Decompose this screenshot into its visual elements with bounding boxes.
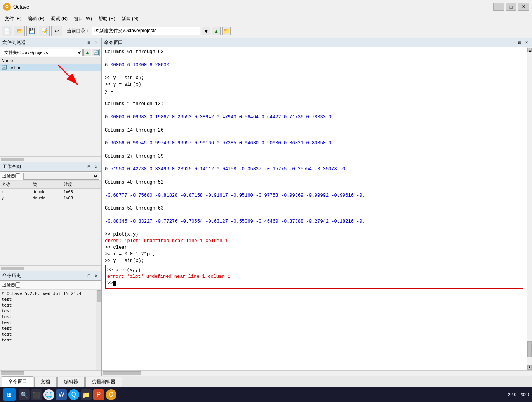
cmd-history-undock[interactable]: ⊟ [86, 273, 92, 279]
current-dir-input[interactable] [92, 27, 200, 35]
menu-window[interactable]: 窗口 (W) [71, 15, 95, 23]
workspace-filter-select[interactable] [23, 173, 99, 180]
workspace-table: 名称 类 维度 x double 1x63 y double 1x63 [0, 181, 101, 265]
cmd-line-9 [105, 107, 523, 114]
file-row-test[interactable]: 🔄 test.m [0, 64, 101, 71]
menu-debug[interactable]: 调试 (B) [48, 15, 71, 23]
cmd-history-item-8[interactable]: test [2, 337, 94, 343]
cmd-vscroll[interactable]: ▲ ▼ [527, 47, 532, 370]
cmd-history-item-3[interactable]: test [2, 308, 94, 314]
cmd-history-item-1[interactable]: test [2, 296, 94, 302]
cmd-hscroll-thumb[interactable] [103, 371, 141, 375]
ws-row-y[interactable]: y double 1x63 [0, 195, 101, 201]
cmd-window-title: 命令窗口 [104, 39, 516, 46]
file-name-test: test.m [9, 65, 20, 70]
menu-news[interactable]: 新闻 (N) [118, 15, 142, 23]
taskbar-search[interactable]: 🔍 [19, 389, 30, 400]
menu-help[interactable]: 帮助 (H) [95, 15, 118, 23]
cmd-line-27 [105, 225, 523, 232]
cmd-hscroll[interactable] [102, 370, 532, 376]
workspace-undock[interactable]: ⊟ [86, 164, 92, 170]
cmd-vscroll-up[interactable]: ▲ [527, 48, 532, 52]
taskbar-chrome[interactable]: 🌐 [43, 389, 54, 400]
workspace-title: 工作空间 [2, 163, 86, 170]
ws-col-name-header: 名称 [2, 182, 33, 187]
back-button[interactable]: ↩ [51, 26, 62, 36]
cmd-history-hscroll[interactable] [0, 370, 101, 376]
cmd-history-item-6[interactable]: test [2, 326, 94, 331]
cmd-window: 命令窗口 ⊟ ✕ Columns 61 through 63: 6.00000 … [102, 38, 532, 376]
taskbar-date: 2020 [520, 392, 529, 397]
cmd-line-8: Columns 1 through 13: [105, 101, 523, 107]
dir-browse-button[interactable]: 📁 [222, 27, 231, 35]
ws-var-x-name: x [2, 189, 33, 194]
cmd-line-24: Columns 53 through 63: [105, 205, 523, 212]
cmd-history-item-5[interactable]: test [2, 320, 94, 326]
tab-editor[interactable]: 编辑器 [57, 377, 85, 387]
taskbar-qq[interactable]: Q [68, 389, 79, 400]
taskbar-taskview[interactable]: ⬛ [31, 389, 42, 400]
menu-file[interactable]: 文件 (E) [2, 15, 24, 23]
start-button[interactable]: ⊞ [3, 388, 16, 401]
cmd-window-undock[interactable]: ⊟ [516, 40, 523, 46]
minimize-button[interactable]: ─ [493, 3, 504, 11]
dir-dropdown[interactable]: ▼ [202, 27, 210, 35]
ws-row-x[interactable]: x double 1x63 [0, 189, 101, 195]
cmd-history-close[interactable]: ✕ [93, 273, 99, 279]
workspace-close[interactable]: ✕ [93, 164, 99, 170]
file-browser: 文件浏览器 ⊟ ✕ 文件夹/Octave/projects ▲ 🔄 Name 🔄 [0, 38, 101, 162]
cmd-history-item-7[interactable]: test [2, 331, 94, 337]
cmd-vscroll-track[interactable] [527, 53, 532, 365]
cmd-history-vscroll[interactable] [96, 290, 101, 370]
new-script-button[interactable]: 📝 [39, 26, 50, 36]
dir-up-button[interactable]: ▲ [212, 27, 221, 35]
tab-var-editor[interactable]: 变量编辑器 [85, 377, 122, 387]
left-panel: 文件浏览器 ⊟ ✕ 文件夹/Octave/projects ▲ 🔄 Name 🔄 [0, 38, 102, 376]
close-button[interactable]: ✕ [518, 3, 529, 11]
workspace-panel: 工作空间 ⊟ ✕ 过滤器 名称 类 维度 x double [0, 162, 101, 271]
cmd-highlighted-section: >> plot(x,y) error: 'plot' undefined nea… [105, 265, 523, 289]
maximize-button[interactable]: □ [506, 3, 516, 11]
cmd-line-14: 0.96356 0.98545 0.99749 0.99957 0.99166 … [105, 140, 523, 147]
cmd-history-item-2[interactable]: test [2, 302, 94, 308]
cmd-history-filter-label: 过滤器 [2, 282, 15, 288]
tab-docs[interactable]: 文档 [34, 377, 57, 387]
file-browser-col-header: Name [0, 57, 101, 64]
cmd-vscroll-thumb[interactable] [527, 341, 532, 357]
taskbar-folder[interactable]: 📁 [81, 389, 92, 400]
current-dir-label: 当前目录： [67, 28, 90, 34]
open-file-button[interactable]: 📂 [14, 26, 25, 36]
workspace-filter-checkbox[interactable] [15, 173, 20, 178]
workspace-hscroll-thumb[interactable] [1, 267, 24, 270]
cmd-history-item-4[interactable]: test [2, 314, 94, 320]
cmd-history-hscroll-thumb[interactable] [1, 371, 24, 375]
file-browser-undock[interactable]: ⊟ [86, 40, 92, 46]
cmd-history-item-0[interactable]: # Octave 5.2.0, Wed Jul 15 21:43: [2, 291, 94, 296]
taskbar-word[interactable]: W [56, 389, 67, 400]
save-button[interactable]: 💾 [26, 26, 37, 36]
taskbar-ppt[interactable]: P [93, 389, 104, 400]
menu-edit[interactable]: 编辑 (E) [24, 15, 47, 23]
taskbar-tray: 22:0 2020 [508, 392, 529, 397]
fb-nav-up[interactable]: ▲ [83, 49, 91, 56]
taskbar-icons: 🔍 ⬛ 🌐 W Q 📁 P O [19, 389, 116, 400]
file-browser-table: Name 🔄 test.m [0, 57, 101, 156]
file-browser-title: 文件浏览器 [2, 39, 86, 46]
cmd-window-header-icons: ⊟ ✕ [516, 40, 530, 46]
workspace-hscroll[interactable] [0, 265, 101, 271]
cmd-window-close[interactable]: ✕ [523, 40, 530, 46]
fb-refresh[interactable]: 🔄 [92, 49, 100, 56]
cmd-vscroll-down[interactable]: ▼ [527, 365, 532, 370]
file-browser-close[interactable]: ✕ [93, 40, 99, 46]
cmd-window-content[interactable]: Columns 61 through 63: 6.00000 6.10000 6… [102, 47, 527, 370]
taskbar-octave[interactable]: O [106, 389, 116, 400]
cmd-history-vscroll-thumb[interactable] [97, 290, 101, 302]
cmd-line-25 [105, 212, 523, 218]
file-browser-hscroll[interactable] [0, 156, 101, 162]
tab-cmd-window[interactable]: 命令窗口 [2, 376, 33, 387]
new-file-button[interactable]: 📄 [2, 26, 12, 36]
workspace-filter-row: 过滤器 [0, 172, 101, 181]
file-browser-path[interactable]: 文件夹/Octave/projects [2, 49, 83, 56]
cmd-history-filter-checkbox[interactable] [15, 282, 20, 288]
file-browser-hscroll-thumb[interactable] [1, 158, 24, 161]
